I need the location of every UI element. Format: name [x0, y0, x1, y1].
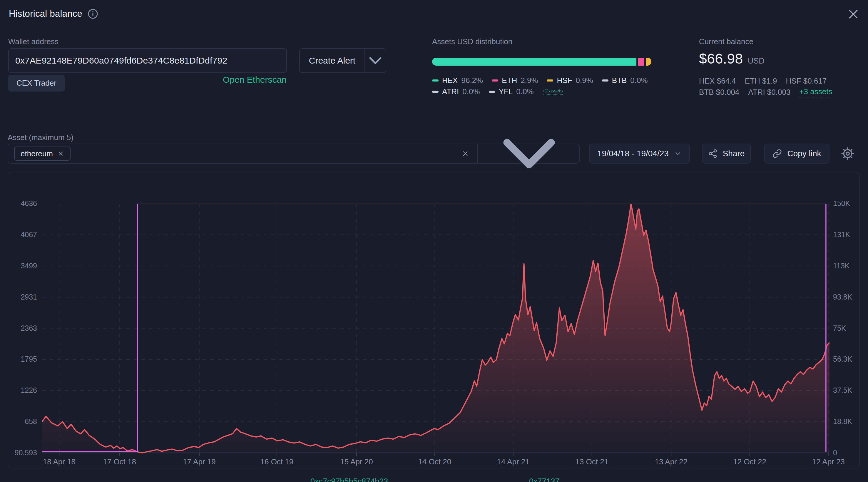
y-axis-left-label: 1795 [9, 355, 37, 363]
y-axis-left-label: 3499 [9, 262, 37, 270]
create-alert-dropdown[interactable] [365, 49, 386, 73]
copy-link-label: Copy link [787, 149, 821, 158]
legend-asset-pct: 0.0% [462, 87, 480, 96]
x-axis-label: 18 Apr 18 [34, 457, 84, 466]
date-range-value: 19/04/18 - 19/04/23 [597, 149, 669, 158]
y-axis-right-label: 0 [833, 449, 861, 457]
x-axis-label: 12 Oct 22 [725, 457, 775, 466]
legend-asset-name: BTB [612, 76, 627, 85]
y-axis-left-label: 2931 [9, 293, 37, 301]
select-divider [477, 144, 478, 164]
asset-select[interactable]: ethereum [8, 144, 580, 164]
create-alert-label[interactable]: Create Alert [300, 49, 365, 73]
link-icon [772, 149, 782, 158]
share-label: Share [723, 149, 745, 158]
y-axis-left-label: 4636 [9, 199, 37, 208]
header: Historical balance [0, 0, 868, 28]
wallet-address-label: Wallet address [8, 37, 59, 46]
legend-dash-icon [489, 91, 495, 93]
balance-breakdown-line-1: HEX $64.4ETH $1.9HSF $0.617 [699, 76, 827, 86]
x-axis-label: 13 Apr 22 [646, 457, 696, 466]
current-balance-label: Current balance [699, 37, 753, 46]
balance-breakdown-item: BTB $0.004 [699, 88, 739, 97]
balance-breakdown-item: ETH $1.9 [745, 77, 777, 86]
x-axis-label: 17 Oct 18 [95, 457, 145, 466]
current-balance: $66.98 USD [699, 51, 765, 67]
legend-item-hsf: HSF0.9% [547, 76, 593, 85]
distribution-legend-row-1: HEX96.2%ETH2.9%HSF0.9%BTB0.0% [432, 75, 648, 85]
distribution-segment-hex [432, 58, 637, 66]
x-axis-label: 16 Oct 19 [252, 457, 302, 466]
asset-select-label: Asset (maximum 5) [8, 133, 73, 142]
legend-dash-icon [432, 91, 439, 93]
legend-asset-pct: 96.2% [461, 76, 483, 85]
distribution-bar [432, 58, 651, 66]
y-axis-left-label: 1226 [9, 386, 37, 395]
copy-link-button[interactable]: Copy link [764, 144, 830, 164]
gear-icon[interactable] [840, 146, 855, 161]
legend-item-eth: ETH2.9% [492, 76, 538, 85]
legend-asset-name: HEX [442, 76, 458, 85]
clear-selection-icon[interactable] [462, 150, 469, 158]
wallet-address-input[interactable] [8, 48, 287, 73]
close-icon[interactable] [847, 8, 860, 21]
legend-dash-icon [432, 80, 439, 82]
legend-item-hex: HEX96.2% [432, 76, 483, 85]
legend-asset-name: ATRI [442, 87, 459, 96]
chart-legend-asset-link[interactable]: 0x77137 [529, 477, 560, 482]
y-axis-left-label: 4067 [9, 230, 37, 239]
date-range-button[interactable]: 19/04/18 - 19/04/23 [589, 144, 690, 164]
share-icon [708, 149, 717, 158]
legend-asset-pct: 0.0% [516, 87, 533, 96]
distribution-segment-hsf [646, 58, 651, 66]
more-assets-link[interactable]: +2 assets [542, 88, 563, 95]
y-axis-right-label: 75K [833, 324, 861, 333]
x-axis-label: 14 Oct 20 [410, 457, 460, 466]
share-button[interactable]: Share [702, 144, 751, 164]
x-axis-label: 12 Apr 23 [803, 457, 853, 466]
y-axis-right-label: 56.3K [833, 355, 861, 363]
legend-dash-icon [547, 80, 553, 82]
y-axis-right-label: 18.8K [833, 417, 861, 426]
legend-asset-pct: 0.0% [630, 76, 648, 85]
legend-item-yfl: YFL0.0% [489, 87, 534, 96]
legend-dash-icon [492, 80, 498, 82]
y-axis-right-label: 93.8K [833, 293, 861, 301]
legend-asset-name: ETH [502, 76, 517, 85]
distribution-segment-eth [638, 58, 644, 66]
y-axis-left-label: 2363 [9, 324, 37, 333]
create-alert-button[interactable]: Create Alert [299, 48, 386, 73]
cex-trader-tag: CEX Trader [8, 75, 65, 91]
balance-amount: $66.98 [699, 51, 743, 67]
asset-select-controls [462, 144, 573, 163]
history-chart[interactable] [42, 204, 830, 457]
more-assets-link[interactable]: +3 assets [799, 87, 832, 97]
legend-item-atri: ATRI0.0% [432, 87, 480, 96]
chart-legend-wallet-link[interactable]: 0xc7c97b5b5c874b23 [310, 477, 388, 482]
legend-asset-name: HSF [557, 76, 572, 85]
legend-asset-name: YFL [499, 87, 513, 96]
info-icon[interactable] [88, 8, 98, 19]
balance-breakdown-item: HSF $0.617 [786, 77, 827, 86]
page-title: Historical balance [9, 8, 82, 19]
open-etherscan-link[interactable]: Open Etherscan [223, 75, 287, 85]
balance-currency: USD [748, 57, 765, 66]
asset-chip-label: ethereum [21, 149, 53, 158]
remove-chip-icon[interactable] [58, 150, 64, 157]
y-axis-left-label: 658 [9, 417, 37, 426]
x-axis-label: 13 Oct 21 [567, 457, 617, 466]
y-axis-right-label: 150K [833, 199, 861, 208]
x-axis-label: 15 Apr 20 [332, 457, 381, 466]
balance-breakdown-item: HEX $64.4 [699, 77, 736, 86]
balance-breakdown-line-2: BTB $0.004ATRI $0.003+3 assets [699, 87, 832, 97]
legend-asset-pct: 2.9% [521, 76, 538, 85]
legend-dash-icon [602, 80, 609, 82]
chart-panel: 463640673499293123631795122665890.593150… [8, 172, 860, 469]
asset-chip-ethereum[interactable]: ethereum [14, 146, 70, 161]
balance-breakdown-item: ATRI $0.003 [748, 88, 790, 97]
x-axis-label: 14 Apr 21 [488, 457, 538, 466]
y-axis-right-label: 37.5K [833, 386, 861, 395]
distribution-legend-row-2: ATRI0.0%YFL0.0%+2 assets [432, 86, 563, 96]
x-axis-label: 17 Apr 19 [174, 457, 224, 466]
legend-asset-pct: 0.9% [576, 76, 593, 85]
